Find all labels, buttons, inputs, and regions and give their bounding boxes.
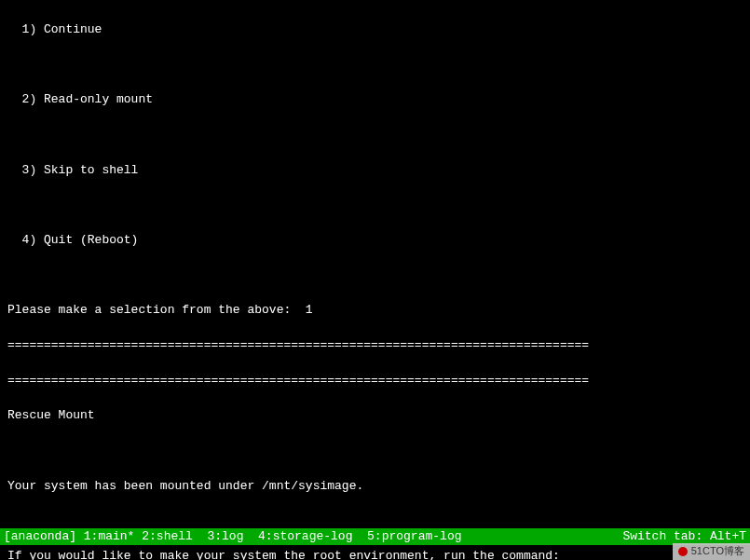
separator: ========================================… [7, 373, 743, 390]
terminal-output: 1) Continue 2) Read-only mount 3) Skip t… [0, 0, 750, 560]
menu-option-4: 4) Quit (Reboot) [7, 232, 743, 250]
menu-option-1: 1) Continue [7, 21, 743, 39]
separator: ========================================… [7, 337, 743, 355]
rescue-title: Rescue Mount [7, 407, 743, 425]
watermark-text: 51CTO博客 [691, 544, 744, 559]
menu-option-3: 3) Skip to shell [7, 162, 743, 180]
watermark-dot-icon [678, 547, 688, 556]
root-env-message: If you would like to make your system th… [7, 548, 743, 560]
status-tabs[interactable]: [anaconda] 1:main* 2:shell 3:log 4:stora… [4, 528, 461, 546]
status-bar: [anaconda] 1:main* 2:shell 3:log 4:stora… [0, 528, 750, 545]
watermark: 51CTO博客 [673, 543, 750, 560]
mounted-message: Your system has been mounted under /mnt/… [7, 478, 743, 496]
menu-option-2: 2) Read-only mount [7, 91, 743, 109]
selection-prompt: Please make a selection from the above: … [7, 302, 743, 320]
